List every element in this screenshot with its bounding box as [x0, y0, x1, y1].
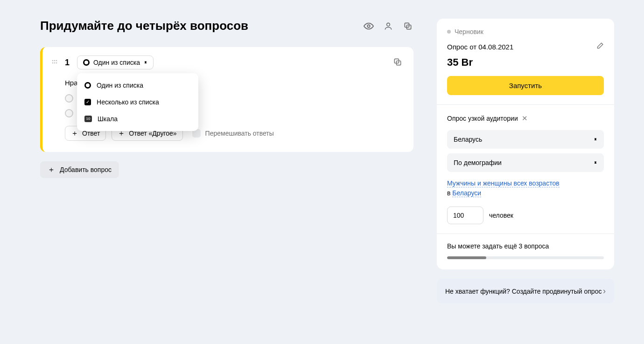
chevron-right-icon: › [603, 286, 606, 296]
page-title: Придумайте до четырёх вопросов [40, 19, 248, 33]
type-option-multiple[interactable]: ✓ Несколько из списка [77, 94, 198, 110]
shuffle-answers-checkbox[interactable]: Перемешивать ответы [192, 129, 274, 138]
questions-remaining-label: Вы можете задать ещё 3 вопроса [447, 242, 604, 250]
launch-button[interactable]: Запустить [447, 76, 604, 95]
advanced-survey-promo[interactable]: Не хватает функций? Создайте продвинутый… [437, 279, 614, 303]
close-audience-button[interactable]: ✕ [522, 114, 528, 123]
audience-region-link[interactable]: Беларуси [452, 189, 481, 197]
audience-title: Опрос узкой аудитории [447, 115, 518, 122]
scale-icon: 10 [84, 116, 92, 122]
svg-point-8 [54, 62, 56, 64]
type-option-scale[interactable]: 10 Шкала [77, 110, 198, 127]
svg-point-6 [56, 60, 57, 62]
header-actions [363, 21, 413, 32]
audience-demographic-link[interactable]: Мужчины и женщины всех возрастов [447, 179, 560, 187]
radio-icon [65, 94, 73, 103]
edit-name-button[interactable] [595, 42, 604, 52]
add-question-button[interactable]: ＋ Добавить вопрос [40, 161, 119, 178]
checkbox-icon: ✓ [84, 99, 91, 105]
svg-point-4 [52, 60, 54, 62]
svg-point-9 [56, 62, 57, 64]
question-card: 1 Один из списка ▲▼ Один из списка [40, 47, 413, 152]
type-option-single[interactable]: Один из списка [77, 77, 198, 94]
question-number: 1 [65, 58, 70, 68]
question-type-label: Один из списка [93, 59, 140, 66]
preview-icon[interactable] [363, 21, 374, 32]
respondent-count-input[interactable] [447, 206, 483, 224]
copy-icon[interactable] [402, 21, 413, 32]
user-icon[interactable] [383, 21, 394, 32]
question-type-select[interactable]: Один из списка ▲▼ [77, 55, 154, 69]
svg-point-0 [367, 25, 370, 28]
page-header: Придумайте до четырёх вопросов [40, 19, 413, 33]
radio-icon [65, 109, 73, 117]
country-select[interactable]: Беларусь ▲▼ [447, 130, 604, 149]
survey-name: Опрос от 04.08.2021 [447, 43, 513, 51]
sidebar-panel: Черновик Опрос от 04.08.2021 35 Br Запус… [437, 19, 614, 269]
radio-icon [84, 82, 91, 89]
plus-icon: ＋ [71, 130, 78, 137]
progress-fill [447, 256, 486, 259]
status-badge: Черновик [447, 28, 604, 35]
drag-handle-icon[interactable] [51, 55, 58, 141]
svg-point-5 [54, 60, 56, 62]
duplicate-question-button[interactable] [392, 56, 403, 68]
questions-progress [447, 256, 604, 259]
price: 35 Br [447, 56, 604, 69]
svg-point-1 [387, 23, 390, 26]
svg-point-7 [52, 62, 54, 64]
audience-description: Мужчины и женщины всех возрастов в Белар… [447, 179, 604, 198]
question-type-dropdown: Один из списка ✓ Несколько из списка 10 … [77, 73, 198, 131]
plus-icon: ＋ [48, 166, 55, 173]
status-dot-icon [447, 30, 451, 34]
demographic-select[interactable]: По демографии ▲▼ [447, 153, 604, 172]
respondent-count-unit: человек [489, 212, 513, 219]
radio-icon [83, 59, 90, 66]
